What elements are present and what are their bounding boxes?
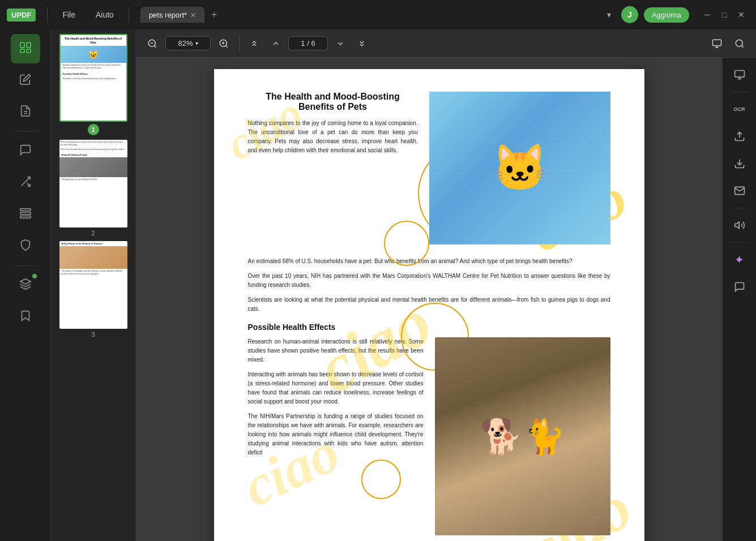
organize-icon	[19, 207, 32, 222]
thumb-page-3-num: 3	[91, 331, 95, 338]
chevron-down-icon[interactable]: ▾	[195, 40, 198, 46]
thumb-page-2-img: NIH is funding large-scale surveys to fi…	[59, 140, 127, 227]
titlebar: UPDF File Aiuto pets report* ✕ + ▾ J Agg…	[0, 0, 756, 29]
svg-rect-24	[734, 71, 744, 78]
sidebar-item-protect[interactable]	[11, 231, 40, 261]
left-sidebar	[0, 29, 51, 541]
page-display[interactable]: 1 / 6	[288, 36, 328, 50]
svg-point-22	[736, 40, 742, 46]
maximize-button[interactable]: □	[716, 7, 732, 23]
sidebar-ai[interactable]: ✦	[727, 247, 752, 272]
sidebar-sep-2	[14, 265, 37, 266]
sidebar-speaker[interactable]	[727, 213, 752, 238]
dogs-image: 🐕🐈	[480, 417, 565, 457]
sidebar-item-layers[interactable]	[11, 270, 40, 300]
pdf-page-title: The Health and Mood-Boosting Benefits of…	[248, 92, 418, 112]
tab-pets-report[interactable]: pets report* ✕	[140, 7, 204, 23]
sidebar-item-bookmark[interactable]	[11, 302, 40, 332]
titlebar-right: ▾ J Aggiorna ─ □ ✕	[603, 6, 749, 23]
tab-add-icon[interactable]: +	[207, 7, 222, 23]
pencil-icon	[19, 73, 32, 88]
app-logo: UPDF	[7, 8, 36, 22]
zoom-out-button[interactable]	[143, 35, 162, 52]
pdf-section-title: Possible Health Effects	[248, 323, 610, 332]
svg-rect-1	[27, 42, 31, 48]
scroll-up-button[interactable]	[267, 36, 285, 51]
sidebar-item-edit[interactable]	[11, 66, 40, 95]
toolbar-area: 82% ▾ 1 / 6	[136, 29, 756, 541]
file-menu[interactable]: File	[54, 7, 83, 23]
main-area: The Health and Mood-Boosting Benefits of…	[0, 29, 756, 541]
scroll-to-bottom-button[interactable]	[353, 36, 371, 51]
pdf-content-area: ciao ciao ciao ciao ciao The Health and …	[136, 58, 722, 541]
sidebar-item-comment[interactable]	[11, 136, 40, 166]
toolbar: 82% ▾ 1 / 6	[136, 29, 756, 58]
thumbnail-page-2[interactable]: NIH is funding large-scale surveys to fi…	[55, 140, 131, 237]
scroll-down-button[interactable]	[331, 36, 349, 51]
sidebar-mail[interactable]	[727, 178, 752, 203]
help-menu[interactable]: Aiuto	[88, 7, 122, 23]
search-button[interactable]	[730, 35, 749, 52]
svg-marker-29	[734, 222, 739, 229]
zoom-in-button[interactable]	[214, 35, 233, 52]
fit-screen-button[interactable]	[707, 35, 727, 52]
minimize-button[interactable]: ─	[699, 7, 715, 23]
sidebar-import[interactable]	[727, 124, 752, 149]
hero-cat-image: 🐱	[429, 92, 610, 244]
close-button[interactable]: ✕	[733, 7, 749, 23]
thumb-page-1-num: 1	[88, 124, 99, 135]
pages-icon	[19, 105, 32, 120]
right-sep-3	[731, 242, 749, 243]
avatar: J	[621, 6, 638, 23]
layers-icon	[19, 278, 32, 293]
svg-line-13	[154, 45, 156, 47]
scroll-to-top-button[interactable]	[245, 36, 263, 51]
thumbnail-panel: The Health and Mood-Boosting Benefits of…	[51, 29, 136, 541]
sidebar-export[interactable]	[727, 151, 752, 176]
tab-close-icon[interactable]: ✕	[190, 11, 196, 19]
right-sidebar: OCR	[722, 58, 756, 541]
svg-line-16	[225, 45, 227, 47]
divider-1	[47, 7, 48, 23]
divider-2	[129, 7, 129, 23]
pdf-intro: Nothing compares to the joy of coming ho…	[248, 119, 418, 155]
sidebar-item-reader[interactable]	[11, 34, 40, 63]
toolbar-right	[707, 35, 749, 52]
convert-icon	[19, 175, 32, 191]
thumbnail-page-3[interactable]: A Key Phase in the History of Tourism Th…	[55, 241, 131, 338]
tab-title: pets report*	[149, 11, 187, 19]
thumb-page-1-img: The Health and Mood-Boosting Benefits of…	[59, 34, 127, 122]
svg-rect-2	[20, 49, 24, 53]
sidebar-item-convert[interactable]	[11, 168, 40, 197]
reader-icon	[19, 41, 32, 57]
pdf-body: An estimated 68% of U.S. households have…	[248, 257, 610, 314]
sidebar-sep-1	[14, 131, 37, 132]
svg-rect-3	[27, 49, 31, 53]
update-button[interactable]: Aggiorna	[644, 7, 689, 23]
thumbnail-page-1[interactable]: The Health and Mood-Boosting Benefits of…	[55, 34, 131, 135]
pdf-section-body: Research on human-animal interactions is…	[248, 337, 424, 457]
svg-rect-8	[20, 208, 30, 211]
sidebar-item-pages[interactable]	[11, 97, 40, 127]
svg-line-23	[741, 45, 743, 47]
tab-dropdown-icon[interactable]: ▾	[603, 8, 616, 22]
svg-marker-11	[20, 278, 30, 284]
tab-area: pets report* ✕ +	[140, 7, 598, 23]
svg-rect-0	[20, 42, 24, 48]
bookmark-icon	[19, 310, 32, 325]
sidebar-ocr[interactable]: OCR	[727, 97, 752, 122]
sidebar-item-organize[interactable]	[11, 200, 40, 229]
thumb-page-3-img: A Key Phase in the History of Tourism Th…	[59, 241, 127, 329]
right-sep-1	[731, 92, 749, 92]
toolbar-sep-1	[239, 36, 240, 51]
zoom-value: 82% ▾	[165, 36, 211, 50]
svg-rect-10	[20, 216, 30, 218]
window-controls: ─ □ ✕	[699, 7, 749, 23]
sidebar-chat[interactable]	[727, 274, 752, 299]
protect-icon	[19, 239, 32, 254]
svg-rect-19	[713, 40, 721, 46]
sidebar-screen-share[interactable]	[727, 62, 752, 87]
svg-rect-9	[20, 212, 30, 214]
comment-icon	[19, 144, 32, 159]
right-sep-2	[731, 208, 749, 208]
